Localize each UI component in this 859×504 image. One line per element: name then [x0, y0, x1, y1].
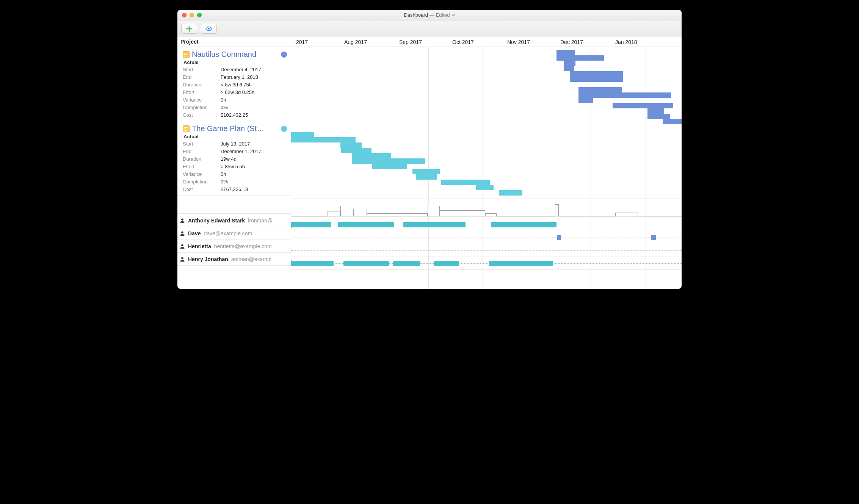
add-button[interactable] [181, 24, 197, 34]
resource-timeline-row[interactable] [291, 231, 682, 244]
resource-name: Henrietta [188, 243, 211, 249]
timeline-header[interactable]: l 2017Aug 2017Sep 2017Oct 2017Nov 2017De… [291, 37, 682, 47]
gantt-bar[interactable] [291, 132, 314, 137]
gantt-bar[interactable] [341, 148, 372, 153]
window-title-text: Dashboard [404, 12, 428, 18]
summary-histogram-row [291, 199, 682, 217]
gantt-bar[interactable] [613, 103, 673, 108]
project-stat-row: StartDecember 4, 2017 [183, 66, 287, 74]
histogram-step [367, 213, 428, 216]
resource-bar[interactable] [491, 222, 556, 227]
resource-timeline-row[interactable] [291, 257, 682, 270]
project-card[interactable]: The Game Plan (St…ActualStartJuly 13, 20… [177, 121, 291, 196]
resource-timeline-row[interactable] [291, 218, 682, 231]
svg-point-1 [181, 218, 183, 221]
resource-row[interactable]: Anthony Edward Starkironman@ [177, 214, 291, 227]
resource-list[interactable]: Anthony Edward Starkironman@Davedave@exa… [177, 214, 291, 266]
gantt-bar[interactable] [372, 164, 407, 169]
person-icon [180, 218, 185, 223]
window-title[interactable]: Dashboard — Edited [177, 12, 682, 18]
stat-value: 0% [221, 104, 228, 111]
gantt-bar[interactable] [499, 190, 522, 196]
view-button[interactable] [201, 24, 217, 34]
project-stat-row: Completion0% [183, 178, 287, 186]
gantt-bar[interactable] [578, 92, 671, 98]
histogram-step [615, 213, 638, 216]
gantt-bar[interactable] [412, 169, 440, 174]
stat-key: Cost [183, 111, 221, 119]
histogram-step [328, 211, 340, 216]
project-stat-row: Duration< 8w 3d 6.75h [183, 81, 287, 89]
minimize-button[interactable] [190, 13, 194, 17]
gantt-bar[interactable] [564, 61, 575, 66]
month-label: Oct 2017 [452, 37, 474, 47]
gantt-bar[interactable] [647, 114, 670, 119]
gantt-bar[interactable] [663, 119, 682, 124]
gantt-bar[interactable] [291, 137, 356, 142]
stat-key: Start [183, 140, 221, 148]
stat-key: Completion [183, 104, 221, 111]
project-stat-row: Cost$102,432.25 [183, 111, 287, 119]
resource-bar[interactable] [343, 261, 389, 266]
project-name[interactable]: The Game Plan (St… [192, 124, 279, 133]
stat-key: Cost [183, 186, 221, 193]
project-section-label: Actual [183, 59, 287, 65]
person-icon [180, 257, 185, 262]
zoom-button[interactable] [197, 13, 202, 17]
stat-value: 19w 4d [221, 155, 237, 163]
project-column-header: Project [177, 37, 291, 47]
gantt-bar[interactable] [416, 174, 437, 180]
resource-bar[interactable] [651, 235, 656, 240]
stat-value: December 1, 2017 [221, 148, 261, 155]
resource-bar[interactable] [489, 261, 553, 266]
gantt-bar[interactable] [352, 153, 391, 158]
resource-bar[interactable] [291, 261, 334, 266]
resource-timeline-row[interactable] [291, 244, 682, 257]
left-panel[interactable]: Nautilus CommandActualStartDecember 4, 2… [177, 47, 291, 289]
resource-bar[interactable] [403, 222, 466, 227]
gantt-bar[interactable] [556, 55, 604, 61]
resource-name: Dave [188, 230, 201, 236]
project-stat-row: Variance0h [183, 171, 287, 178]
gantt-bar[interactable] [441, 180, 490, 185]
month-label: l 2017 [293, 37, 308, 47]
resource-bar[interactable] [393, 261, 420, 266]
stat-value: 0% [221, 178, 228, 186]
resource-bar[interactable] [557, 235, 561, 240]
month-label: Nov 2017 [507, 37, 530, 47]
stat-value: $167,226.13 [221, 186, 248, 193]
project-card[interactable]: Nautilus CommandActualStartDecember 4, 2… [177, 47, 291, 121]
toolbar [177, 20, 682, 37]
svg-point-4 [181, 257, 183, 259]
project-stat-row: Completion0% [183, 104, 287, 111]
resource-row[interactable]: Henry Jonathanantman@exampl [177, 253, 291, 266]
gantt-area[interactable] [291, 47, 682, 289]
project-name[interactable]: Nautilus Command [192, 50, 279, 59]
stat-key: Completion [183, 178, 221, 186]
gantt-bar[interactable] [476, 185, 494, 190]
gantt-bar[interactable] [578, 98, 593, 103]
gantt-bar[interactable] [556, 50, 575, 55]
resource-bar[interactable] [434, 261, 459, 266]
gantt-bar[interactable] [570, 71, 623, 82]
histogram-step [485, 213, 497, 216]
resource-row[interactable]: Henriettahenrietta@example.com [177, 240, 291, 253]
histogram-step [428, 206, 440, 216]
stat-value: 0h [221, 96, 226, 104]
resource-bar[interactable] [338, 222, 394, 227]
gantt-bar[interactable] [578, 87, 622, 92]
resource-bar[interactable] [291, 222, 331, 227]
close-button[interactable] [182, 13, 187, 17]
stat-key: Variance [183, 171, 221, 178]
stat-value: > 62w 3d 0.25h [221, 89, 254, 96]
month-label: Jan 2018 [615, 37, 637, 47]
gantt-bar[interactable] [647, 108, 664, 114]
resource-email: ironman@ [248, 218, 273, 224]
gantt-bar[interactable] [340, 142, 362, 148]
summary-spacer [177, 196, 291, 214]
gantt-bar[interactable] [352, 158, 425, 164]
histogram-step [340, 206, 353, 216]
gantt-bar[interactable] [564, 66, 574, 71]
project-section-label: Actual [183, 134, 287, 139]
resource-row[interactable]: Davedave@example.com [177, 227, 291, 240]
